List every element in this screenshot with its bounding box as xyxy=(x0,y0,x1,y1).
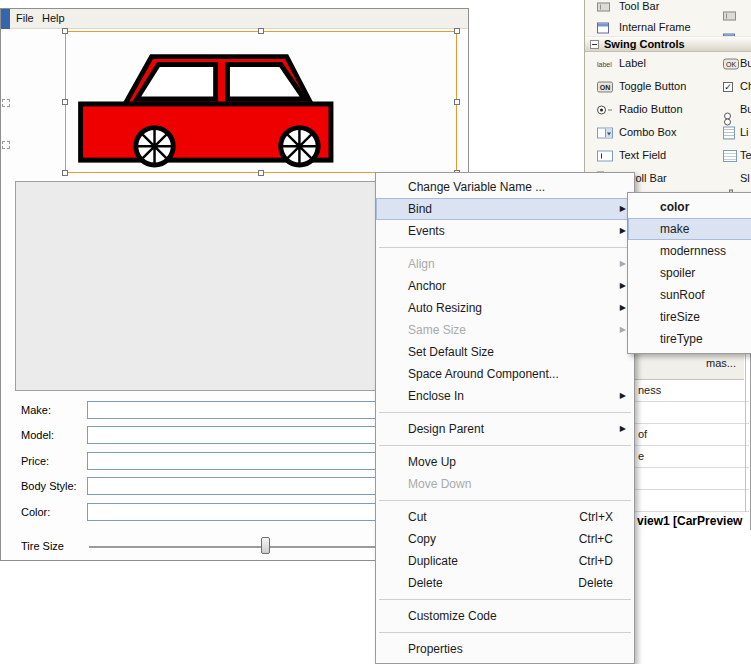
palette-item-label: Text Field xyxy=(619,144,666,167)
make-label: Make: xyxy=(21,401,51,419)
palette-item-label-clipped: Ch xyxy=(740,75,751,98)
menu-item-move-down: Move Down xyxy=(376,473,634,495)
slider-thumb[interactable] xyxy=(261,537,270,554)
menu-item-align: Align▶ xyxy=(376,253,634,275)
palette-item-jlabel[interactable]: label Label OK Bu xyxy=(585,52,751,75)
submenu-item-spoiler[interactable]: spoiler xyxy=(628,262,751,284)
menu-item-properties[interactable]: Properties xyxy=(376,638,634,660)
menu-help[interactable]: Help xyxy=(42,9,65,28)
resize-handle[interactable] xyxy=(258,170,264,176)
collapse-icon[interactable] xyxy=(590,40,599,49)
menu-item-label: Same Size xyxy=(408,323,466,337)
palette-item-toggle-button[interactable]: ON Toggle Button ✓ Ch xyxy=(585,75,751,98)
button-icon: OK xyxy=(723,58,739,69)
submenu-item-modernness[interactable]: modernness xyxy=(628,240,751,262)
menu-item-label: Copy xyxy=(408,532,436,546)
menu-item-label: Enclose In xyxy=(408,389,464,403)
column-divider[interactable] xyxy=(745,354,746,512)
menu-item-cut[interactable]: CutCtrl+X xyxy=(376,506,634,528)
menu-item-label: Design Parent xyxy=(408,422,484,436)
tool-bar-icon xyxy=(597,2,610,11)
submenu-item-tiresize[interactable]: tireSize xyxy=(628,306,751,328)
menu-item-bind[interactable]: Bind▶ xyxy=(376,198,634,220)
submenu-arrow-icon: ▶ xyxy=(620,418,626,440)
check-box-icon: ✓ xyxy=(723,82,733,92)
column-header-fragment: mas... xyxy=(706,354,736,372)
menu-item-space-around-component[interactable]: Space Around Component... xyxy=(376,363,634,385)
menu-item-label: Cut xyxy=(408,510,427,524)
tire-size-label: Tire Size xyxy=(21,537,64,555)
car-wheel-left xyxy=(136,128,173,165)
menu-shortcut: Ctrl+D xyxy=(579,550,613,572)
menu-item-customize-code[interactable]: Customize Code xyxy=(376,605,634,627)
palette-item-label: Toggle Button xyxy=(619,75,686,98)
submenu-item-tiretype[interactable]: tireType xyxy=(628,328,751,350)
menu-item-events[interactable]: Events▶ xyxy=(376,220,634,242)
resize-handle[interactable] xyxy=(454,99,460,105)
submenu-arrow-icon: ▶ xyxy=(620,297,626,319)
palette-item-radio-button[interactable]: Radio Button Bu xyxy=(585,98,751,121)
menu-item-label: Duplicate xyxy=(408,554,458,568)
submenu-arrow-icon: ▶ xyxy=(620,198,626,220)
menu-item-label: Align xyxy=(408,257,435,271)
context-menu: Change Variable Name ... Bind▶ Events▶ A… xyxy=(375,172,635,664)
palette-item-label-clipped: Bu xyxy=(740,98,751,121)
toggle-button-icon: ON xyxy=(597,81,613,92)
menu-item-delete[interactable]: DeleteDelete xyxy=(376,572,634,594)
resize-handle[interactable] xyxy=(62,99,68,105)
menu-file[interactable]: File xyxy=(16,9,34,28)
body-style-label: Body Style: xyxy=(21,477,77,495)
menu-item-label: Set Default Size xyxy=(408,345,494,359)
submenu-item-sunroof[interactable]: sunRoof xyxy=(628,284,751,306)
palette-item-label: Label xyxy=(619,52,646,75)
menu-item-label: Anchor xyxy=(408,279,446,293)
internal-frame-icon xyxy=(597,22,609,33)
palette-item-label: Combo Box xyxy=(619,121,676,144)
menu-separator xyxy=(379,247,631,248)
palette-item-combo-box[interactable]: Combo Box Li xyxy=(585,121,751,144)
menu-item-copy[interactable]: CopyCtrl+C xyxy=(376,528,634,550)
label-icon: label xyxy=(597,59,612,68)
car-preview-panel[interactable] xyxy=(65,31,457,173)
color-label: Color: xyxy=(21,503,50,521)
submenu-item-color[interactable]: color xyxy=(628,196,751,218)
menu-separator xyxy=(379,412,631,413)
palette-section-label: Swing Controls xyxy=(604,37,685,52)
menu-item-design-parent[interactable]: Design Parent▶ xyxy=(376,418,634,440)
resize-handle[interactable] xyxy=(62,28,68,34)
menu-shortcut: Delete xyxy=(578,572,613,594)
menu-item-label: Space Around Component... xyxy=(408,367,559,381)
menu-shortcut: Ctrl+X xyxy=(579,506,613,528)
list-icon xyxy=(723,126,735,139)
menu-item-anchor[interactable]: Anchor▶ xyxy=(376,275,634,297)
menu-item-label: Change Variable Name ... xyxy=(408,180,545,194)
menu-separator xyxy=(379,500,631,501)
submenu-arrow-icon: ▶ xyxy=(620,275,626,297)
palette-item-label-clipped: Li xyxy=(740,121,749,144)
menu-item-enclose-in[interactable]: Enclose In▶ xyxy=(376,385,634,407)
menu-item-set-default-size[interactable]: Set Default Size xyxy=(376,341,634,363)
menu-item-duplicate[interactable]: DuplicateCtrl+D xyxy=(376,550,634,572)
palette-item-label-clipped: Sl xyxy=(740,167,750,190)
palette-section-swing-controls[interactable]: Swing Controls xyxy=(585,36,751,52)
text-area-icon xyxy=(723,150,737,162)
menu-separator xyxy=(379,599,631,600)
menu-shortcut: Ctrl+C xyxy=(579,528,613,550)
resize-handle[interactable] xyxy=(62,170,68,176)
menu-item-label: Delete xyxy=(408,576,443,590)
submenu-item-make[interactable]: make xyxy=(628,218,751,240)
submenu-arrow-icon: ▶ xyxy=(620,253,626,275)
menu-item-auto-resizing[interactable]: Auto Resizing▶ xyxy=(376,297,634,319)
menu-item-change-variable-name[interactable]: Change Variable Name ... xyxy=(376,176,634,198)
resize-handle[interactable] xyxy=(258,28,264,34)
resize-handle[interactable] xyxy=(454,28,460,34)
palette-item-text-field[interactable]: Text Field Te xyxy=(585,144,751,167)
anchor-indicator xyxy=(2,99,10,107)
menu-item-label: Bind xyxy=(408,202,432,216)
menu-item-move-up[interactable]: Move Up xyxy=(376,451,634,473)
menu-separator xyxy=(379,445,631,446)
menu-item-same-size: Same Size▶ xyxy=(376,319,634,341)
anchor-indicator xyxy=(2,141,10,149)
car-wheel-right xyxy=(281,128,318,165)
menu-item-label: Events xyxy=(408,224,445,238)
